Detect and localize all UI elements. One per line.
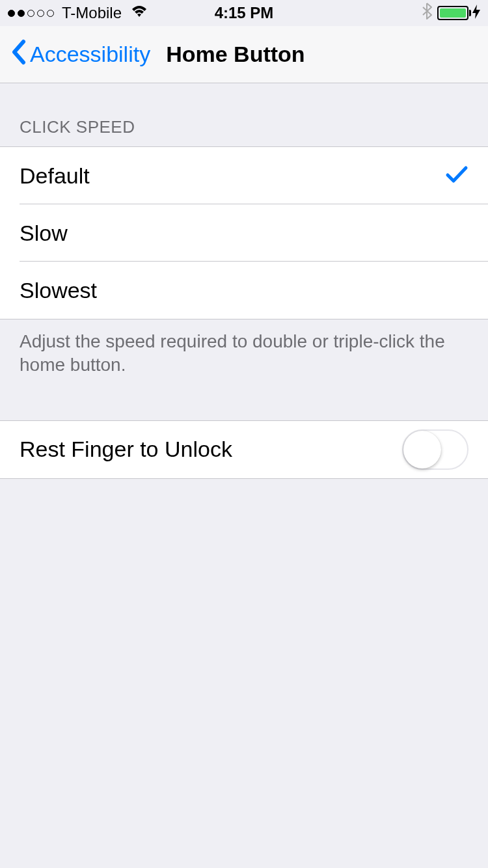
click-speed-option-slow[interactable]: Slow xyxy=(0,204,488,262)
status-bar: T-Mobile 4:15 PM xyxy=(0,0,488,26)
back-label: Accessibility xyxy=(30,42,150,67)
click-speed-section: Default Slow Slowest xyxy=(0,146,488,319)
option-label: Default xyxy=(20,163,90,189)
rest-finger-row: Rest Finger to Unlock xyxy=(0,421,488,478)
status-left: T-Mobile xyxy=(8,4,149,22)
wifi-icon xyxy=(129,4,149,22)
click-speed-option-default[interactable]: Default xyxy=(0,147,488,204)
option-label: Slowest xyxy=(20,278,97,303)
rest-finger-toggle[interactable] xyxy=(402,429,468,470)
back-button[interactable]: Accessibility xyxy=(10,39,150,70)
carrier-label: T-Mobile xyxy=(62,4,122,22)
checkmark-icon xyxy=(445,165,468,186)
battery-icon xyxy=(437,5,480,22)
charging-icon xyxy=(472,5,480,22)
option-label: Slow xyxy=(20,221,68,246)
bluetooth-icon xyxy=(422,3,432,23)
toggle-knob xyxy=(403,431,441,468)
click-speed-option-slowest[interactable]: Slowest xyxy=(0,262,488,319)
page-title: Home Button xyxy=(166,42,305,67)
click-speed-footer: Adjust the speed required to double or t… xyxy=(0,319,488,388)
status-time: 4:15 PM xyxy=(215,4,274,22)
click-speed-header: CLICK SPEED xyxy=(0,83,488,146)
nav-bar: Accessibility Home Button xyxy=(0,26,488,83)
chevron-left-icon xyxy=(10,39,26,70)
rest-finger-label: Rest Finger to Unlock xyxy=(20,437,232,462)
signal-strength-icon xyxy=(8,10,54,17)
rest-finger-section: Rest Finger to Unlock xyxy=(0,420,488,479)
status-right xyxy=(422,3,480,23)
